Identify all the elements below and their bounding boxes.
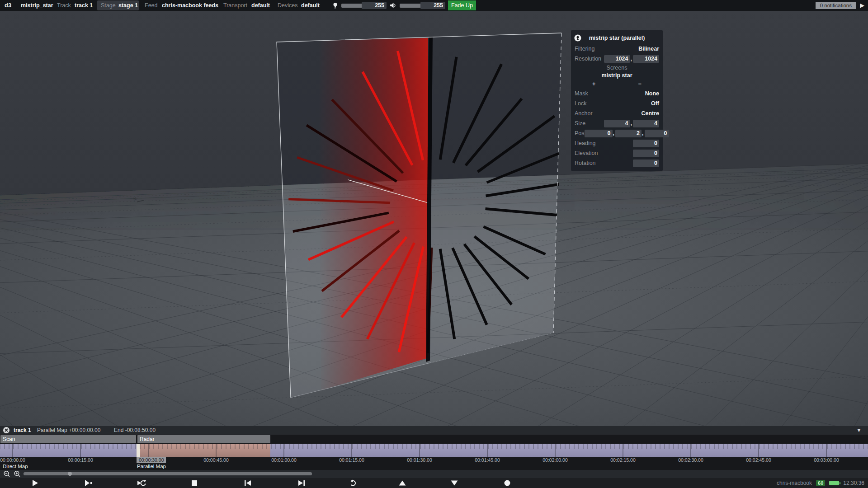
timeline-scrollbar[interactable] [24,472,312,475]
size-y-field[interactable]: 4 [633,120,659,127]
volume-value-field[interactable]: 255 [420,2,445,9]
resolution-y-field[interactable]: 1024 [633,55,659,63]
timestamp-label: 00:01:45.00 [475,457,500,463]
parallel-map-label: Parallel Map [137,463,166,470]
track-end-text: End -00:08:50.00 [114,426,156,435]
screen-add-remove-row: + − [571,80,663,89]
loop-section-button[interactable] [137,479,146,487]
machine-name: chris-macbook [777,480,812,486]
zoom-in-icon[interactable] [14,470,21,478]
rotation-row: Rotation 0 [571,158,663,168]
anchor-value[interactable]: Centre [641,110,659,117]
track-label: Track [57,0,71,11]
anchor-label: Anchor [575,110,593,117]
mask-value[interactable]: None [645,90,659,97]
track-selector[interactable]: track 1 [75,0,93,11]
inspector-title-row[interactable]: mistrip star (parallel) [571,32,663,44]
timestamp-label: 00:02:30.00 [678,457,703,463]
transport-selector[interactable]: default [251,0,270,11]
section-bar-radar[interactable]: Radar [137,435,270,443]
pos-row: Pos 0 , 2 , 0 [571,128,663,138]
elevation-row: Elevation 0 [571,148,663,158]
rotation-field[interactable]: 0 [633,160,659,167]
next-section-button[interactable] [297,479,307,487]
output-keyhole-icon [574,34,581,42]
section-bar-scan[interactable]: Scan [0,435,136,443]
size-x-field[interactable]: 4 [604,120,630,127]
collapse-timeline-arrow[interactable]: ▼ [856,426,862,435]
filtering-label: Filtering [575,46,594,52]
heading-row: Heading 0 [571,138,663,148]
top-menu-bar: d3 mistrip_star Track track 1 Stage stag… [0,0,868,11]
lock-value[interactable]: Off [651,100,659,107]
timeline-scrollbar-handle[interactable] [68,472,72,476]
return-to-start-button[interactable] [349,479,359,487]
pos-label: Pos [575,130,585,136]
anchor-row: Anchor Centre [571,108,663,118]
close-track-icon[interactable] [3,427,10,434]
track-name[interactable]: track 1 [14,426,31,435]
timeline-strip[interactable] [0,444,868,457]
resolution-x-field[interactable]: 1024 [604,55,630,63]
feed-selector[interactable]: chris-macbook feeds [162,0,218,11]
timestamp-label: 00:01:30.00 [407,457,432,463]
devices-selector[interactable]: default [301,0,320,11]
rotation-label: Rotation [575,160,596,166]
lock-row: Lock Off [571,99,663,108]
remove-screen-button[interactable]: − [617,80,663,89]
notifications-badge[interactable]: 0 notifications [816,2,856,9]
elevation-field[interactable]: 0 [633,150,659,157]
stage-label: Stage [101,0,116,11]
d3-menu[interactable]: d3 [5,0,11,11]
timestamp-label: 00:02:00.00 [542,457,567,463]
feed-label: Feed [145,0,158,11]
comma: , [631,120,632,127]
zoom-out-icon[interactable] [3,470,10,478]
pos-x-field[interactable]: 0 [585,130,613,137]
filtering-value[interactable]: Bilinear [638,46,659,52]
play-button[interactable] [30,479,40,487]
brightness-value-field[interactable]: 255 [362,2,387,9]
stop-button[interactable] [189,479,199,487]
clock: 12:30:36 [843,480,864,486]
lock-label: Lock [575,100,586,107]
status-cluster: chris-macbook 60 12:30:36 [777,478,864,488]
project-name[interactable]: mistrip_star [21,0,53,11]
previous-section-button[interactable] [243,479,253,487]
timestamp-label: 00:02:15.00 [610,457,635,463]
size-row: Size 4 , 4 [571,118,663,128]
pos-z-field[interactable]: 0 [645,130,669,137]
move-down-button[interactable] [449,479,459,487]
heading-field[interactable]: 0 [633,140,659,147]
move-up-button[interactable] [397,479,407,487]
play-to-next-button[interactable] [84,479,94,487]
timeline-zoom-row [0,470,868,478]
timestamp-label: 00:01:00.00 [271,457,296,463]
stage-3d-viewport[interactable]: N [0,11,868,426]
direct-map-label: Direct Map [3,463,28,470]
transport-label: Transport [223,0,247,11]
timeline-ticks [0,444,868,457]
devices-label: Devices [278,0,297,11]
screens-header: Screens [571,64,663,72]
mask-row: Mask None [571,89,663,99]
playhead-position-text: Parallel Map +00:00:00.00 [37,426,100,435]
pos-y-field[interactable]: 2 [615,130,642,137]
notifications-expand-arrow[interactable]: ▶ [860,0,864,11]
screen-list-item[interactable]: mistrip star [571,72,663,80]
brightness-icon [332,2,338,9]
timestamp-label: 00:02:45.00 [746,457,771,463]
record-button[interactable] [502,479,512,487]
mask-label: Mask [575,90,588,97]
stage-selector[interactable]: stage 1 [118,0,138,11]
speaker-icon [390,2,397,9]
timestamp-label: 00:00:45.00 [203,457,228,463]
fade-up-button[interactable]: Fade Up [448,0,476,10]
timestamp-label: 00:03:00.00 [814,457,839,463]
map-labels-row: Direct Map Parallel Map [0,463,868,470]
resolution-label: Resolution [575,56,601,62]
add-screen-button[interactable]: + [571,80,617,89]
comma: , [642,130,643,136]
timeline-timestamps-row: 00:00:00.0000:00:15.0000:00:30.0000:00:4… [0,457,868,463]
track-header-bar: track 1 Parallel Map +00:00:00.00 End -0… [0,426,868,435]
